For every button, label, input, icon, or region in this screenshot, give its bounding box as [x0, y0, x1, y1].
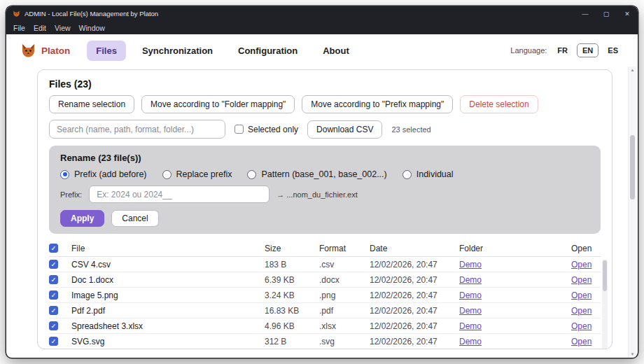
- close-button[interactable]: ✕: [617, 6, 638, 21]
- file-date-cell: 12/02/2026, 20:47: [370, 260, 459, 270]
- cancel-button[interactable]: Cancel: [111, 210, 158, 227]
- folder-link[interactable]: Demo: [459, 275, 482, 285]
- search-input[interactable]: [49, 120, 225, 139]
- select-all-checkbox[interactable]: ✓: [49, 244, 58, 253]
- menu-edit[interactable]: Edit: [34, 24, 46, 32]
- rename-panel-actions: Apply Cancel: [60, 210, 589, 227]
- mode-individual[interactable]: Individual: [402, 169, 454, 179]
- folder-link[interactable]: Demo: [459, 337, 482, 346]
- row-checkbox[interactable]: ✓: [49, 275, 58, 284]
- tab-about[interactable]: About: [314, 41, 358, 61]
- row-checkbox[interactable]: ✓: [49, 260, 58, 269]
- window-scrollbar-thumb[interactable]: [630, 135, 635, 200]
- tab-configuration[interactable]: Configuration: [229, 41, 307, 61]
- move-prefix-mapping-button[interactable]: Move according to "Prefix mapping": [302, 95, 453, 113]
- column-folder[interactable]: Folder: [459, 244, 571, 253]
- file-size-cell: 3.24 KB: [265, 290, 319, 300]
- table-scrollbar[interactable]: [602, 259, 608, 349]
- scroll-down-arrow[interactable]: ▼: [629, 351, 636, 358]
- download-csv-button[interactable]: Download CSV: [307, 120, 382, 139]
- column-date[interactable]: Date: [370, 244, 459, 253]
- app-wolf-icon: [13, 10, 20, 18]
- file-name-cell: Pdf 2.pdf: [71, 306, 265, 316]
- file-format-cell: .xlsx: [319, 321, 370, 331]
- column-file[interactable]: File: [71, 244, 265, 253]
- language-label: Language:: [510, 46, 547, 55]
- table-row: ✓ CSV 4.csv 183 B .csv 12/02/2026, 20:47…: [49, 257, 601, 272]
- open-link[interactable]: Open: [571, 275, 592, 285]
- minimize-button[interactable]: —: [575, 6, 596, 21]
- open-link[interactable]: Open: [571, 260, 592, 270]
- prefix-row: Prefix: → ...nom_du_fichier.ext: [60, 186, 589, 203]
- brand: Platon: [20, 43, 70, 59]
- table-scrollbar-thumb[interactable]: [603, 260, 607, 291]
- apply-button[interactable]: Apply: [60, 210, 104, 227]
- file-name-cell: CSV 4.csv: [71, 260, 265, 270]
- menu-bar: File Edit View Window: [6, 21, 638, 34]
- column-open[interactable]: Open: [571, 244, 601, 253]
- file-name-cell: Doc 1.docx: [71, 275, 265, 285]
- file-size-cell: 16.83 KB: [265, 306, 319, 316]
- mode-prefix-add[interactable]: Prefix (add before): [60, 169, 147, 179]
- file-date-cell: 12/02/2026, 20:47: [370, 290, 459, 300]
- open-link[interactable]: Open: [571, 337, 592, 346]
- radio-replace-prefix[interactable]: [162, 170, 172, 179]
- row-checkbox[interactable]: ✓: [49, 306, 58, 315]
- rename-selection-button[interactable]: Rename selection: [49, 95, 134, 113]
- radio-individual[interactable]: [402, 170, 412, 179]
- open-link[interactable]: Open: [571, 290, 592, 300]
- menu-file[interactable]: File: [13, 24, 25, 32]
- file-date-cell: 12/02/2026, 20:47: [370, 275, 459, 285]
- tab-files[interactable]: Files: [87, 41, 126, 61]
- mode-prefix-add-label: Prefix (add before): [74, 169, 147, 179]
- file-name-cell: Image 5.png: [71, 290, 265, 300]
- mode-pattern[interactable]: Pattern (base_001, base_002...): [247, 169, 386, 179]
- row-checkbox[interactable]: ✓: [49, 290, 58, 300]
- rename-panel: Rename (23 file(s)) Prefix (add before) …: [49, 146, 601, 234]
- radio-pattern[interactable]: [247, 170, 256, 179]
- file-format-cell: .pdf: [319, 306, 370, 316]
- tab-synchronization[interactable]: Synchronization: [133, 41, 222, 61]
- table-row: ✓ Pdf 2.pdf 16.83 KB .pdf 12/02/2026, 20…: [49, 303, 601, 318]
- row-checkbox[interactable]: ✓: [49, 337, 58, 346]
- file-date-cell: 12/02/2026, 20:47: [370, 321, 459, 331]
- delete-selection-button[interactable]: Delete selection: [460, 95, 538, 113]
- folder-link[interactable]: Demo: [459, 290, 482, 300]
- table-row: ✓ Spreadsheet 3.xlsx 4.96 KB .xlsx 12/02…: [49, 318, 601, 334]
- column-size[interactable]: Size: [265, 244, 319, 253]
- menu-view[interactable]: View: [55, 24, 71, 32]
- selected-only-checkbox[interactable]: [234, 125, 244, 134]
- file-size-cell: 6.39 KB: [265, 275, 319, 285]
- bulk-actions: Rename selection Move according to "Fold…: [49, 95, 601, 113]
- brand-name[interactable]: Platon: [41, 46, 70, 56]
- file-date-cell: 12/02/2026, 20:47: [370, 337, 459, 346]
- window-scrollbar[interactable]: ▲ ▼: [628, 66, 636, 358]
- language-fr-button[interactable]: FR: [552, 43, 573, 57]
- folder-link[interactable]: Demo: [459, 260, 482, 270]
- move-folder-mapping-button[interactable]: Move according to "Folder mapping": [141, 95, 295, 113]
- radio-prefix-add[interactable]: [60, 170, 69, 179]
- open-link[interactable]: Open: [571, 321, 592, 331]
- language-en-button[interactable]: EN: [577, 43, 598, 57]
- page-title: Files (23): [49, 78, 601, 90]
- nav-header: Platon Files Synchronization Configurati…: [6, 34, 638, 66]
- maximize-button[interactable]: ▢: [596, 6, 617, 21]
- folder-link[interactable]: Demo: [459, 306, 482, 316]
- selected-only-toggle[interactable]: Selected only: [234, 125, 298, 134]
- prefix-label: Prefix:: [60, 190, 82, 199]
- title-bar[interactable]: ADMIN - Local File(s) Management by Plat…: [6, 6, 638, 21]
- language-es-button[interactable]: ES: [602, 43, 624, 57]
- rename-panel-title: Rename (23 file(s)): [60, 153, 589, 163]
- column-format[interactable]: Format: [319, 244, 370, 253]
- scroll-up-arrow[interactable]: ▲: [629, 66, 636, 74]
- language-switcher: Language: FR EN ES: [510, 43, 624, 57]
- folder-link[interactable]: Demo: [459, 321, 482, 331]
- menu-window[interactable]: Window: [79, 24, 105, 32]
- prefix-input[interactable]: [89, 186, 270, 203]
- open-link[interactable]: Open: [571, 306, 592, 316]
- mode-replace-prefix-label: Replace prefix: [176, 169, 232, 179]
- platon-logo-icon: [20, 43, 36, 59]
- mode-replace-prefix[interactable]: Replace prefix: [162, 169, 232, 179]
- desktop-background: ADMIN - Local File(s) Management by Plat…: [0, 0, 644, 364]
- row-checkbox[interactable]: ✓: [49, 321, 58, 330]
